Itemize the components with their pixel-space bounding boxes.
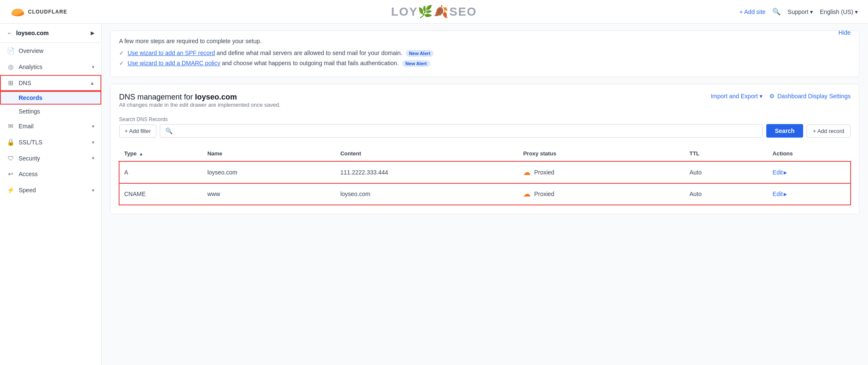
language-button[interactable]: English (US) ▾ — [820, 8, 858, 15]
add-filter-label: + Add filter — [125, 128, 151, 134]
col-header-content[interactable]: Content — [335, 146, 518, 161]
sidebar-item-email-label: Email — [19, 123, 33, 130]
access-icon: ↩ — [7, 170, 14, 178]
main-content: A few more steps are required to complet… — [102, 24, 868, 365]
analytics-chevron-icon: ▾ — [92, 64, 95, 70]
hide-link[interactable]: Hide — [838, 29, 851, 36]
sidebar-subitem-records-label: Records — [19, 94, 42, 101]
dns-table: Type ▲ Name Content Proxy status TTL Act… — [119, 146, 851, 205]
spf-wizard-link[interactable]: Use wizard to add an SPF record — [128, 50, 215, 56]
col-header-type[interactable]: Type ▲ — [119, 146, 202, 161]
search-bar-label: Search DNS Records — [119, 116, 851, 122]
dns-icon: ⊞ — [7, 79, 14, 87]
col-header-ttl[interactable]: TTL — [684, 146, 768, 161]
sidebar-item-dns-label: DNS — [19, 80, 31, 86]
main-layout: ← loyseo.com ▶ 📄 Overview ◎ Analytics ▾ … — [0, 24, 868, 365]
dns-card-title-wrap: DNS management for loyseo.com All change… — [119, 93, 281, 115]
sidebar-item-security[interactable]: 🛡 Security ▾ — [0, 150, 101, 166]
row-1-actions: Edit ▶ — [768, 183, 851, 205]
sidebar-item-security-label: Security — [19, 155, 40, 162]
check-icon-0: ✓ — [119, 50, 124, 56]
search-button[interactable]: Search — [766, 124, 803, 138]
sidebar-item-overview[interactable]: 📄 Overview — [0, 43, 101, 59]
add-site-button[interactable]: + Add site — [739, 8, 765, 15]
sidebar-item-access-label: Access — [19, 171, 38, 177]
sidebar-item-analytics[interactable]: ◎ Analytics ▾ — [0, 59, 101, 75]
dashboard-settings-button[interactable]: ⚙ Dashboard Display Settings — [769, 93, 851, 100]
dns-card-subtitle: All changes made in the edit drawer are … — [119, 102, 281, 108]
row-0-proxy-label: Proxied — [534, 169, 554, 176]
sidebar-subitem-settings[interactable]: Settings — [0, 105, 101, 118]
support-chevron-icon: ▾ — [810, 8, 813, 15]
sidebar-subitem-settings-label: Settings — [19, 108, 40, 115]
dns-card-header: DNS management for loyseo.com All change… — [119, 93, 851, 115]
gear-icon: ⚙ — [769, 93, 775, 100]
import-export-button[interactable]: Import and Export ▾ — [711, 93, 762, 100]
search-input[interactable] — [176, 127, 757, 134]
row-1-edit-label: Edit — [773, 191, 783, 197]
security-icon: 🛡 — [7, 155, 14, 162]
dmarc-new-alert-badge: New Alert — [402, 60, 430, 67]
dmarc-wizard-link[interactable]: Use wizard to add a DMARC policy — [128, 60, 220, 66]
search-icon[interactable]: 🔍 — [772, 8, 781, 16]
forward-arrow-icon: ▶ — [91, 30, 95, 36]
sidebar-item-ssltls-label: SSL/TLS — [19, 139, 42, 146]
search-input-icon: 🔍 — [165, 127, 172, 134]
support-button[interactable]: Support ▾ — [787, 8, 813, 15]
type-sort-icon: ▲ — [139, 152, 143, 156]
ssltls-chevron-icon: ▾ — [92, 140, 95, 145]
search-input-wrap: 🔍 — [160, 124, 763, 138]
proxy-cloud-icon-1: ☁ — [523, 189, 531, 199]
setup-item-0-text: and define what mail servers are allowed… — [217, 50, 402, 56]
row-1-proxy-label: Proxied — [534, 191, 554, 197]
sidebar-item-ssltls[interactable]: 🔒 SSL/TLS ▾ — [0, 134, 101, 150]
row-0-name: loyseo.com — [202, 161, 335, 183]
row-0-edit-link[interactable]: Edit ▶ — [773, 169, 846, 176]
add-record-button[interactable]: + Add record — [807, 124, 851, 138]
dns-table-header-row: Type ▲ Name Content Proxy status TTL Act… — [119, 146, 851, 161]
dns-card-actions: Import and Export ▾ ⚙ Dashboard Display … — [711, 93, 851, 100]
setup-banner-item-0: ✓ Use wizard to add an SPF record and de… — [119, 50, 851, 56]
language-label: English (US) — [820, 8, 853, 15]
dns-chevron-icon: ▲ — [90, 80, 95, 86]
overview-icon: 📄 — [7, 47, 14, 55]
table-row: CNAME www loyseo.com ☁ Proxied Auto — [119, 183, 851, 205]
svg-point-3 — [13, 8, 23, 14]
email-icon: ✉ — [7, 122, 14, 130]
sidebar-item-dns[interactable]: ⊞ DNS ▲ — [0, 75, 101, 91]
search-bar: Search DNS Records + Add filter 🔍 Search… — [119, 116, 851, 138]
support-label: Support — [787, 8, 808, 15]
row-1-ttl: Auto — [684, 183, 768, 205]
sidebar-item-dns-left: ⊞ DNS — [7, 79, 31, 87]
sidebar-item-speed-left: ⚡ Speed — [7, 186, 36, 194]
sidebar-item-access[interactable]: ↩ Access — [0, 166, 101, 182]
setup-banner-title: A few more steps are required to complet… — [119, 38, 262, 44]
logo: CLOUDFLARE — [10, 6, 67, 18]
row-1-edit-link[interactable]: Edit ▶ — [773, 191, 846, 197]
col-header-name[interactable]: Name — [202, 146, 335, 161]
sidebar-item-email[interactable]: ✉ Email ▾ — [0, 118, 101, 134]
import-export-chevron-icon: ▾ — [760, 93, 762, 100]
back-arrow-icon[interactable]: ← — [7, 30, 13, 36]
sidebar-item-security-left: 🛡 Security — [7, 155, 40, 162]
col-header-actions[interactable]: Actions — [768, 146, 851, 161]
sidebar-item-speed[interactable]: ⚡ Speed ▾ — [0, 182, 101, 198]
site-title-lo: LOY — [391, 5, 418, 18]
row-0-actions: Edit ▶ — [768, 161, 851, 183]
col-header-proxy[interactable]: Proxy status — [518, 146, 684, 161]
add-filter-button[interactable]: + Add filter — [119, 124, 156, 138]
row-0-type: A — [119, 161, 202, 183]
import-export-label: Import and Export — [711, 93, 758, 100]
leaf1-icon: 🌿 — [418, 5, 434, 18]
domain-nav[interactable]: ← loyseo.com ▶ — [0, 24, 101, 43]
site-title: LOY🌿🍂SEO — [391, 5, 477, 19]
row-0-proxy: ☁ Proxied — [518, 161, 684, 183]
ssltls-icon: 🔒 — [7, 138, 14, 146]
row-0-content: 111.2222.333.444 — [335, 161, 518, 183]
sidebar-item-overview-label: Overview — [19, 47, 43, 54]
table-row: A loyseo.com 111.2222.333.444 ☁ Proxied … — [119, 161, 851, 183]
sidebar-subitem-records[interactable]: Records — [0, 91, 101, 105]
row-1-type: CNAME — [119, 183, 202, 205]
language-chevron-icon: ▾ — [855, 8, 858, 15]
site-title-seo: SEO — [449, 5, 477, 18]
